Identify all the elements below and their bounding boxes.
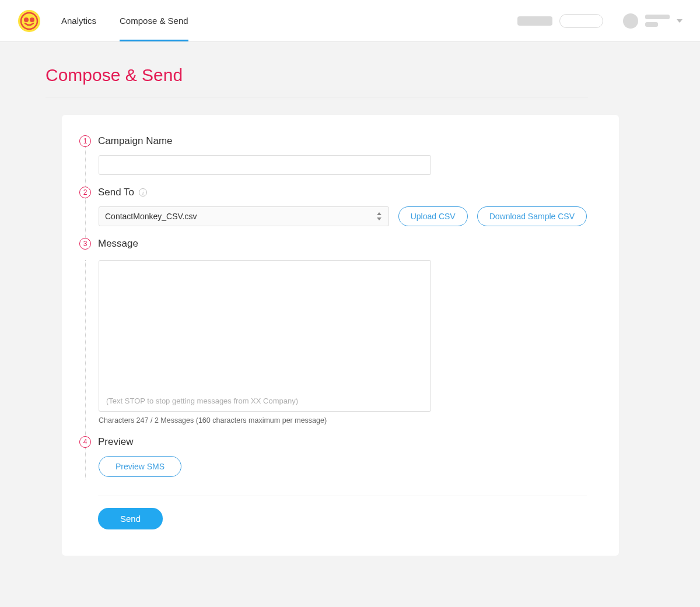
send-to-select[interactable]: ContactMonkey_CSV.csv: [99, 206, 389, 226]
upload-csv-button[interactable]: Upload CSV: [398, 206, 468, 226]
campaign-name-input[interactable]: [99, 155, 431, 175]
avatar[interactable]: [623, 13, 638, 29]
header-placeholder-1: [517, 16, 552, 26]
svg-point-3: [30, 17, 34, 22]
step-2-label: Send To: [98, 187, 134, 198]
chevron-down-icon[interactable]: [677, 19, 682, 23]
select-sort-icon: [377, 212, 383, 220]
top-nav: Analytics Compose & Send: [0, 0, 700, 42]
svg-point-2: [24, 17, 29, 22]
message-stop-hint: (Text STOP to stop getting messages from…: [106, 397, 298, 405]
nav-compose-send[interactable]: Compose & Send: [120, 0, 188, 41]
step-1-badge: 1: [79, 135, 91, 147]
step-4-badge: 4: [79, 436, 91, 448]
page-title: Compose & Send: [46, 59, 588, 97]
step-1-label: Campaign Name: [98, 135, 587, 147]
preview-sms-button[interactable]: Preview SMS: [99, 456, 181, 477]
download-sample-csv-button[interactable]: Download Sample CSV: [477, 206, 587, 226]
nav-analytics[interactable]: Analytics: [61, 0, 96, 41]
compose-card: 1 Campaign Name 2 Send To i: [62, 115, 619, 556]
step-3-label: Message: [98, 238, 587, 250]
brand-logo: [18, 9, 41, 33]
send-to-selected-value: ContactMonkey_CSV.csv: [105, 212, 197, 221]
user-menu-placeholder: [645, 15, 670, 27]
message-counter: Characters 247 / 2 Messages (160 charact…: [99, 416, 587, 424]
info-icon[interactable]: i: [139, 188, 147, 197]
message-textarea[interactable]: [105, 266, 425, 389]
step-2-badge: 2: [79, 187, 91, 198]
step-4-label: Preview: [98, 436, 587, 448]
divider: [98, 496, 587, 496]
send-button[interactable]: Send: [98, 508, 163, 529]
header-placeholder-2: [559, 14, 603, 28]
step-3-badge: 3: [79, 238, 91, 250]
